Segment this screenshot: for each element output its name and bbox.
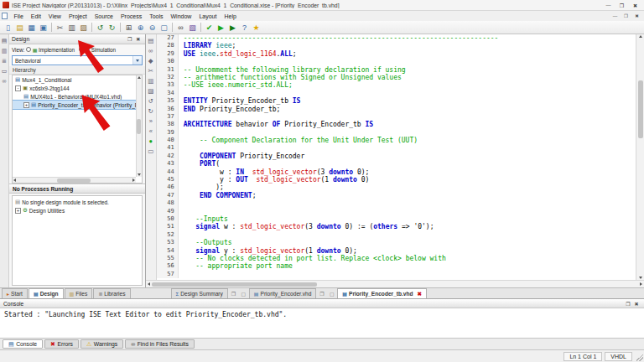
tree-item-mux4to1-behavioral-mux4to1-vhd[interactable]: ▤MUX4to1 - Behavioral (MUX4to1.vhd) [13, 92, 142, 101]
scrollbar-thumb[interactable] [57, 178, 91, 183]
sim-view-dropdown[interactable]: Behavioral [12, 55, 143, 65]
tab-libraries[interactable]: ≣Libraries [93, 288, 130, 298]
scroll-down-icon[interactable] [639, 277, 642, 279]
scrollbar-thumb[interactable] [638, 80, 643, 137]
save-all-icon[interactable]: ▣ [38, 22, 49, 33]
new-file-icon[interactable]: ▯ [3, 22, 13, 33]
editor-vertical-scrollbar[interactable] [636, 34, 644, 280]
cut-icon[interactable]: ✂ [55, 22, 65, 33]
zoom-out-icon[interactable]: ⊖ [147, 22, 158, 33]
find-in-editor-icon[interactable]: ∞ [146, 46, 155, 55]
menu-item-project[interactable]: Project [65, 11, 91, 21]
minimize-button[interactable]: — [602, 1, 615, 10]
process-item-design-utilities[interactable]: +⚙Design Utilities [13, 206, 142, 215]
menu-item-layout[interactable]: Layout [195, 11, 221, 21]
scroll-right-icon[interactable] [132, 178, 135, 182]
menu-item-help[interactable]: Help [221, 11, 240, 21]
tree-item-mux4-1-conditional[interactable]: ▤Mux4_1_Conditional [13, 75, 142, 84]
console-output[interactable]: Started : "Launching ISE Text Editor to … [0, 308, 644, 338]
radio-option-simulation[interactable]: ▩Simulation [79, 47, 116, 53]
undo-icon[interactable]: ↺ [146, 96, 155, 106]
check-icon[interactable]: ✔ [204, 22, 215, 33]
redo-icon[interactable]: ↻ [106, 22, 117, 33]
radio-simulation[interactable] [79, 47, 84, 52]
source-doc-icon[interactable]: ▤ [146, 36, 155, 45]
scroll-left-icon[interactable] [148, 282, 150, 286]
dropdown-arrow-button[interactable] [132, 56, 142, 65]
expander-icon[interactable]: + [15, 208, 21, 214]
scrollbar-thumb[interactable] [137, 119, 141, 134]
copy-icon[interactable]: ▥ [66, 22, 77, 33]
lightbulb-icon[interactable]: ★ [251, 22, 262, 33]
save-icon[interactable]: ▦ [26, 22, 37, 33]
hierarchy-tree[interactable]: ▤Mux4_1_Conditional-▣xc6slx9-2tqg144▤MUX… [12, 75, 143, 184]
radio-option-implementation[interactable]: ▦Implementation [26, 47, 75, 53]
tab-priority-encoder-tb-vhd[interactable]: ▤Priority_Encoder_tb.vhd✖ [337, 288, 427, 298]
zoom-full-icon[interactable]: ▢ [158, 22, 169, 33]
close-button[interactable]: ✖ [629, 1, 641, 10]
files-panel-icon[interactable]: ▥ [1, 47, 8, 54]
indent-icon[interactable]: » [146, 116, 155, 126]
tab-design-summary[interactable]: ΣDesign Summary [171, 288, 228, 298]
undo-icon[interactable]: ↺ [95, 22, 106, 33]
menu-item-window[interactable]: Window [167, 11, 195, 21]
tab-start[interactable]: ▸Start [2, 288, 28, 298]
comment-icon[interactable]: ▭ [146, 147, 155, 156]
mdi-restore-button[interactable]: ❐ [621, 12, 631, 20]
project-settings-icon[interactable]: ▧ [187, 22, 198, 33]
tab-design[interactable]: ▤Design [29, 288, 64, 298]
window-icon[interactable]: ▢ [327, 288, 336, 298]
outdent-icon[interactable]: « [146, 127, 155, 136]
console-panel-icon[interactable]: ▭ [1, 67, 8, 75]
run-icon[interactable]: ▶ [216, 22, 226, 33]
tab-files[interactable]: ▥Files [65, 288, 93, 298]
maximize-button[interactable]: ❐ [615, 1, 628, 10]
cut-icon[interactable]: ✂ [146, 66, 155, 75]
process-item-no-single-design-module-is-selected[interactable]: ▤No single design module is selected. [13, 198, 142, 206]
paste-icon[interactable]: ▨ [146, 86, 155, 96]
editor-horizontal-scrollbar[interactable] [146, 280, 644, 287]
bottom-tab-console[interactable]: ▤Console [3, 339, 43, 349]
tree-item-priority-encoder-tb-behavior-priority-en[interactable]: +▤Priority_Encoder_tb - behavior (Priori… [13, 101, 142, 109]
bottom-tab-errors[interactable]: ✖Errors [44, 339, 79, 349]
redo-icon[interactable]: ↻ [146, 106, 155, 116]
menu-item-process[interactable]: Process [117, 11, 145, 21]
menu-item-view[interactable]: View [44, 11, 65, 21]
menu-item-file[interactable]: File [10, 11, 27, 21]
bookmark-icon[interactable]: ◆ [146, 56, 155, 65]
new-window-icon[interactable]: ⊞ [123, 22, 134, 33]
close-panel-icon[interactable]: ✖ [134, 35, 143, 43]
scroll-right-icon[interactable] [640, 282, 642, 286]
bottom-tab-warnings[interactable]: ⚠Warnings [80, 339, 123, 349]
paste-icon[interactable]: ▨ [78, 22, 89, 33]
close-panel-icon[interactable]: ✖ [632, 300, 641, 308]
expander-icon[interactable]: - [15, 85, 21, 91]
tree-item-xc6slx9-2tqg144[interactable]: -▣xc6slx9-2tqg144 [13, 84, 142, 92]
code-editor[interactable]: 27--------------------------------------… [157, 34, 636, 280]
menu-item-source[interactable]: Source [91, 11, 117, 21]
scrollbar-track[interactable] [636, 38, 644, 277]
float-window-icon[interactable]: ❐ [317, 288, 326, 298]
tab-priority-encoder-vhd[interactable]: ▤Priority_Encoder.vhd [249, 288, 317, 298]
float-panel-icon[interactable]: ❐ [624, 300, 632, 308]
check-syntax-icon[interactable]: ● [146, 137, 155, 146]
close-icon[interactable]: ✖ [418, 291, 422, 297]
scrollbar-track[interactable] [152, 281, 638, 287]
expander-icon[interactable]: + [23, 102, 29, 108]
menu-item-tools[interactable]: Tools [146, 11, 167, 21]
scroll-left-icon[interactable] [13, 178, 16, 182]
float-window-icon[interactable]: ❐ [229, 288, 238, 298]
open-folder-icon[interactable]: ▤ [14, 22, 25, 33]
zoom-in-icon[interactable]: ⊕ [135, 22, 146, 33]
copy-icon[interactable]: ▥ [146, 76, 155, 85]
help-icon[interactable]: ? [239, 22, 250, 33]
processes-panel[interactable]: ▤No single design module is selected.+⚙D… [12, 195, 143, 286]
libraries-panel-icon[interactable]: ≣ [1, 57, 8, 65]
window-icon[interactable]: ▢ [239, 288, 248, 298]
resize-grip[interactable] [636, 354, 643, 361]
float-panel-icon[interactable]: ❐ [126, 35, 134, 43]
run-all-icon[interactable]: ▶ [227, 22, 238, 33]
scroll-down-icon[interactable] [138, 173, 141, 176]
design-panel-icon[interactable]: ▤ [1, 37, 8, 44]
radio-implementation[interactable] [26, 47, 31, 52]
